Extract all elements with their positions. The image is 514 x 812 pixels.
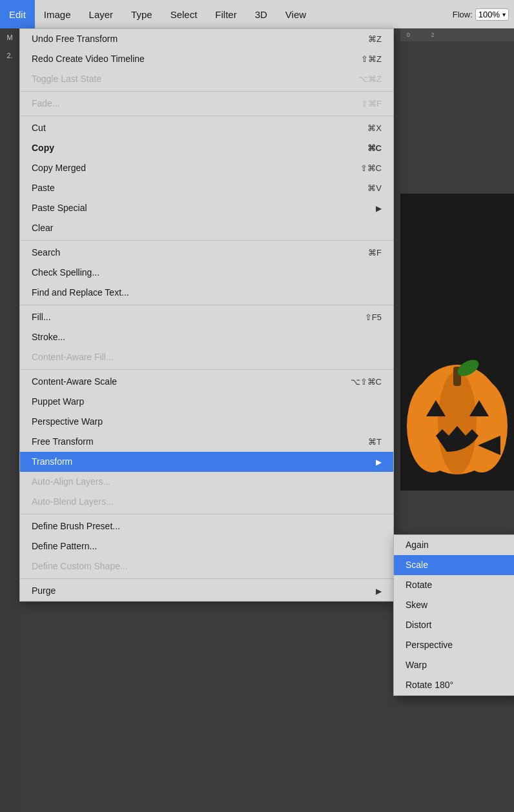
menu-item-transform-label: Transform xyxy=(32,455,72,469)
submenu-item-perspective[interactable]: Perspective xyxy=(394,635,514,655)
submenu-item-perspective-label: Perspective xyxy=(406,638,453,652)
menu-item-puppet-warp[interactable]: Puppet Warp xyxy=(20,392,393,412)
submenu-item-rotate[interactable]: Rotate xyxy=(394,575,514,595)
menu-item-undo[interactable]: Undo Free Transform ⌘Z xyxy=(20,29,393,49)
menu-layer[interactable]: Layer xyxy=(80,0,123,28)
menu-item-search[interactable]: Search ⌘F xyxy=(20,243,393,263)
menu-item-toggle-label: Toggle Last State xyxy=(32,72,101,86)
menu-image[interactable]: Image xyxy=(35,0,80,28)
menu-item-fill-label: Fill... xyxy=(32,310,51,324)
ruler-horizontal: 0 2 xyxy=(400,28,514,41)
menu-item-puppet-warp-label: Puppet Warp xyxy=(32,395,84,409)
menu-item-search-shortcut: ⌘F xyxy=(368,247,382,259)
menu-item-undo-label: Undo Free Transform xyxy=(32,32,118,46)
menu-item-purge-arrow: ▶ xyxy=(376,585,382,597)
menu-item-define-pattern-label: Define Pattern... xyxy=(32,540,97,553)
menu-item-define-custom-label: Define Custom Shape... xyxy=(32,560,128,573)
menu-item-perspective-warp-label: Perspective Warp xyxy=(32,415,103,429)
menu-item-auto-blend-label: Auto-Blend Layers... xyxy=(32,495,114,509)
submenu-item-skew-label: Skew xyxy=(406,598,427,612)
menu-item-paste[interactable]: Paste ⌘V xyxy=(20,178,393,198)
separator-1 xyxy=(20,91,393,92)
submenu-item-warp[interactable]: Warp xyxy=(394,655,514,675)
menu-item-stroke[interactable]: Stroke... xyxy=(20,327,393,347)
menu-item-toggle-last[interactable]: Toggle Last State ⌥⌘Z xyxy=(20,69,393,89)
menu-item-define-pattern[interactable]: Define Pattern... xyxy=(20,536,393,556)
menu-item-copy-merged-shortcut: ⇧⌘C xyxy=(360,162,382,175)
menu-view[interactable]: View xyxy=(276,0,315,28)
menu-item-purge[interactable]: Purge ▶ xyxy=(20,581,393,601)
menu-item-paste-label: Paste xyxy=(32,181,55,195)
left-panel-item: M xyxy=(0,28,19,46)
menu-item-fade-shortcut: ⇧⌘F xyxy=(361,97,382,110)
menubar: Edit Image Layer Type Select Filter 3D V… xyxy=(0,0,514,28)
submenu-item-skew[interactable]: Skew xyxy=(394,595,514,615)
menu-select[interactable]: Select xyxy=(161,0,207,28)
menu-item-redo-shortcut: ⇧⌘Z xyxy=(361,53,382,66)
menu-item-cut-label: Cut xyxy=(32,121,46,135)
menu-item-content-aware-scale[interactable]: Content-Aware Scale ⌥⇧⌘C xyxy=(20,372,393,392)
menu-item-redo-label: Redo Create Video Timeline xyxy=(32,52,145,66)
submenu-item-warp-label: Warp xyxy=(406,658,427,672)
menu-item-cut[interactable]: Cut ⌘X xyxy=(20,118,393,138)
submenu-item-rotate-180[interactable]: Rotate 180° xyxy=(394,675,514,695)
separator-5 xyxy=(20,369,393,370)
submenu-item-scale[interactable]: Scale xyxy=(394,555,514,575)
menu-item-content-aware-fill[interactable]: Content-Aware Fill... xyxy=(20,347,393,367)
menu-item-paste-special-arrow: ▶ xyxy=(376,203,382,214)
menu-item-transform[interactable]: Transform ▶ xyxy=(20,452,393,472)
flow-chevron-icon: ▾ xyxy=(502,11,506,18)
flow-label: Flow: xyxy=(453,10,473,19)
menu-item-toggle-shortcut: ⌥⌘Z xyxy=(358,73,382,86)
menu-item-define-brush[interactable]: Define Brush Preset... xyxy=(20,516,393,536)
separator-4 xyxy=(20,305,393,305)
separator-7 xyxy=(20,578,393,579)
edit-dropdown-menu: Undo Free Transform ⌘Z Redo Create Video… xyxy=(19,28,394,602)
menu-item-check-spelling[interactable]: Check Spelling... xyxy=(20,263,393,283)
menu-item-clear-label: Clear xyxy=(32,221,53,235)
pumpkin-svg xyxy=(400,194,514,491)
flow-value: 100% xyxy=(478,10,500,19)
menu-item-copy-merged[interactable]: Copy Merged ⇧⌘C xyxy=(20,158,393,178)
submenu-item-distort[interactable]: Distort xyxy=(394,615,514,635)
menu-item-cut-shortcut: ⌘X xyxy=(367,122,382,135)
menu-item-fill[interactable]: Fill... ⇧F5 xyxy=(20,307,393,327)
separator-2 xyxy=(20,116,393,116)
menu-item-copy-shortcut: ⌘C xyxy=(367,142,382,155)
menu-type[interactable]: Type xyxy=(122,0,161,28)
menu-3d[interactable]: 3D xyxy=(246,0,276,28)
menu-item-paste-special-label: Paste Special xyxy=(32,201,87,215)
submenu-item-again[interactable]: Again xyxy=(394,535,514,555)
menu-item-fade-label: Fade... xyxy=(32,97,60,110)
menu-item-check-spelling-label: Check Spelling... xyxy=(32,266,99,279)
menu-filter[interactable]: Filter xyxy=(206,0,245,28)
menu-item-paste-shortcut: ⌘V xyxy=(367,182,382,195)
menu-item-redo[interactable]: Redo Create Video Timeline ⇧⌘Z xyxy=(20,49,393,69)
menu-item-paste-special[interactable]: Paste Special ▶ xyxy=(20,198,393,218)
submenu-item-rotate-180-label: Rotate 180° xyxy=(406,678,453,692)
separator-6 xyxy=(20,514,393,514)
menu-item-clear[interactable]: Clear xyxy=(20,218,393,238)
submenu-item-scale-label: Scale xyxy=(406,558,428,572)
flow-area: Flow: 100% ▾ xyxy=(453,0,514,28)
menu-item-auto-blend[interactable]: Auto-Blend Layers... xyxy=(20,492,393,512)
menu-item-find-replace-label: Find and Replace Text... xyxy=(32,286,129,299)
menu-item-find-replace[interactable]: Find and Replace Text... xyxy=(20,283,393,303)
flow-dropdown[interactable]: 100% ▾ xyxy=(475,8,509,21)
submenu-item-again-label: Again xyxy=(406,538,429,552)
menu-item-define-custom[interactable]: Define Custom Shape... xyxy=(20,556,393,576)
menu-item-purge-label: Purge xyxy=(32,584,56,598)
menu-item-define-brush-label: Define Brush Preset... xyxy=(32,520,120,533)
menu-item-perspective-warp[interactable]: Perspective Warp xyxy=(20,412,393,432)
menu-item-free-transform-shortcut: ⌘T xyxy=(368,436,382,449)
menu-item-search-label: Search xyxy=(32,246,60,259)
submenu-item-distort-label: Distort xyxy=(406,618,431,632)
menu-item-free-transform[interactable]: Free Transform ⌘T xyxy=(20,432,393,452)
menu-item-auto-align[interactable]: Auto-Align Layers... xyxy=(20,472,393,492)
menu-edit[interactable]: Edit xyxy=(0,0,35,28)
menu-item-copy[interactable]: Copy ⌘C xyxy=(20,138,393,158)
menu-item-auto-align-label: Auto-Align Layers... xyxy=(32,475,110,489)
menu-item-content-aware-scale-label: Content-Aware Scale xyxy=(32,375,117,389)
menu-item-fade[interactable]: Fade... ⇧⌘F xyxy=(20,94,393,114)
ruler-label: 0 2 xyxy=(400,32,435,38)
